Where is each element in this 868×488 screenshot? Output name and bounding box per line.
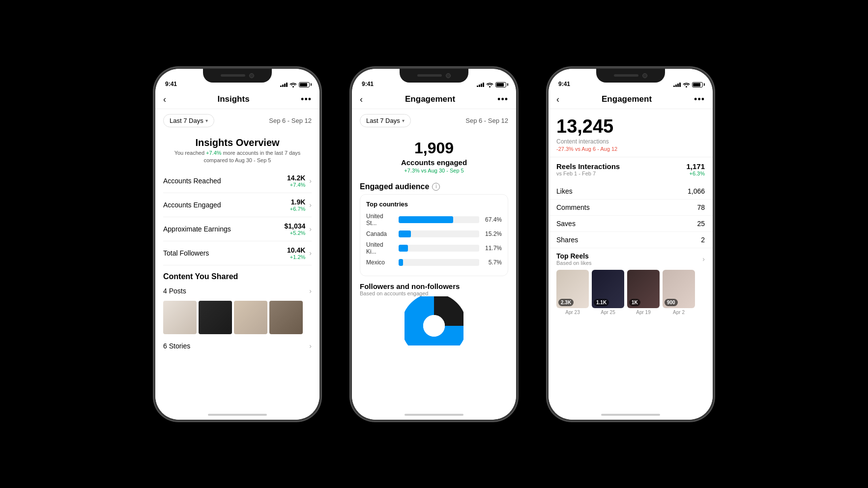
insights-overview-subtitle: You reached +7.4% more accounts in the l… [155,149,319,170]
metric-followers[interactable]: Total Followers 10.4K +1.2% › [163,241,312,265]
notch-2: 9:41 [352,69,516,90]
signal-bars-3 [673,82,681,87]
country-name-us: United St... [366,213,395,227]
menu-button-1[interactable]: ••• [301,94,312,105]
metric-right-2: $1,034 +5.2% › [285,222,312,236]
thumbnail-1 [163,301,197,334]
metric-value-col-1: 1.9K +6.7% [290,198,306,212]
chevron-right-icon-2: › [309,225,312,233]
bar-fill-us [399,216,453,223]
bar-fill-mx [399,259,403,266]
followers-section: Followers and non-followers Based on acc… [352,276,516,344]
thumbnail-3 [234,301,267,334]
content-interactions-number: 13,245 [549,109,713,138]
bar1 [280,86,282,87]
reel-date-2: Apr 19 [627,310,660,315]
back-button-3[interactable]: ‹ [556,94,559,105]
stat-label-shares: Shares [556,236,578,244]
notch-3: 9:41 [549,69,713,90]
thumbnails-row [155,299,319,339]
reel-count-2: 1K [629,299,640,306]
reel-count-3: 900 [665,299,678,306]
pie-container [360,301,508,341]
phone-frame-1: 9:41 [154,67,321,421]
bar-uk [399,245,479,252]
pie-chart [405,296,463,345]
signal-bars-2 [477,82,484,87]
metric-label-1: Accounts Engaged [163,201,221,209]
stories-row[interactable]: 6 Stories › [155,339,319,354]
menu-button-2[interactable]: ••• [497,94,508,105]
phone-frame-3: 9:41 [547,67,714,421]
top-reels-section: Top Reels Based on likes › 2.3K Apr 23 [549,248,713,318]
screen-content-1: ‹ Insights ••• Last 7 Days ▾ Sep 6 - Sep… [155,90,319,420]
phone-engagement2: 9:41 [547,67,714,421]
stat-label-likes: Likes [556,187,573,195]
back-button-1[interactable]: ‹ [163,94,166,105]
stat-label-saves: Saves [556,220,576,228]
stories-label: 6 Stories [163,342,190,350]
metric-right-3: 10.4K +1.2% › [287,246,312,260]
date-range-2: Sep 6 - Sep 12 [465,117,508,124]
reels-change: +6.3% [686,171,705,176]
chevron-right-icon-1: › [309,201,312,209]
posts-row[interactable]: 4 Posts › [155,284,319,299]
country-pct-uk: 11.7% [483,245,502,252]
metric-label-2: Approximate Earnings [163,225,231,233]
reel-thumb-3: 900 [663,270,695,308]
svg-point-2 [686,86,687,87]
thumbnail-4 [269,301,303,334]
reel-item-2[interactable]: 1K Apr 19 [627,270,660,315]
metric-accounts-engaged[interactable]: Accounts Engaged 1.9K +6.7% › [163,193,312,217]
reel-item-0[interactable]: 2.3K Apr 23 [556,270,589,315]
reel-item-1[interactable]: 1.1K Apr 25 [592,270,624,315]
screen-content-3: ‹ Engagement ••• 13,245 Content interact… [549,90,713,420]
back-button-2[interactable]: ‹ [360,94,363,105]
reels-header: Reels Interactions vs Feb 1 - Feb 7 1,17… [556,162,705,176]
stat-value-comments: 78 [697,203,705,211]
status-time-1: 9:41 [165,81,177,87]
metric-value-col-2: $1,034 +5.2% [285,222,306,236]
top-reels-header-left: Top Reels Based on likes [556,252,592,266]
stat-saves: Saves 25 [549,216,713,232]
status-bar-2: 9:41 [352,69,516,90]
content-interactions-change: -27.3% vs Aug 6 - Aug 12 [549,146,713,157]
followers-title: Followers and non-followers [360,282,508,290]
svg-point-0 [292,86,294,87]
country-name-ca: Canada [366,230,395,237]
country-name-mx: Mexico [366,259,395,266]
battery-icon-3 [692,82,703,87]
home-indicator-2 [405,414,463,416]
nav-title-2: Engagement [405,94,455,104]
country-row-ca: Canada 15.2% [366,230,502,237]
country-row-uk: United Ki... 11.7% [366,241,502,255]
reels-value: 1,171 [686,162,705,171]
filter-row-1: Last 7 Days ▾ Sep 6 - Sep 12 [155,109,319,132]
reels-sub: vs Feb 1 - Feb 7 [556,171,620,176]
country-pct-us: 67.4% [483,216,502,223]
home-indicator-1 [208,414,267,416]
status-time-3: 9:41 [558,81,570,87]
stat-comments: Comments 78 [549,200,713,216]
reels-section: Reels Interactions vs Feb 1 - Feb 7 1,17… [549,157,713,183]
metric-earnings[interactable]: Approximate Earnings $1,034 +5.2% › [163,217,312,241]
metric-label-3: Total Followers [163,249,209,257]
metric-label-0: Accounts Reached [163,177,221,185]
filter-button-1[interactable]: Last 7 Days ▾ [163,114,214,127]
nav-title-3: Engagement [602,94,652,104]
metric-accounts-reached[interactable]: Accounts Reached 14.2K +7.4% › [163,169,312,193]
reel-count-1: 1.1K [594,299,609,306]
accounts-engaged-change: +7.3% vs Aug 30 - Sep 5 [352,168,516,178]
date-range-1: Sep 6 - Sep 12 [269,117,312,124]
chevron-down-icon-2: ▾ [402,118,405,123]
status-time-2: 9:41 [362,81,374,87]
filter-row-2: Last 7 Days ▾ Sep 6 - Sep 12 [352,109,516,132]
reel-item-3[interactable]: 900 Apr 2 [663,270,695,315]
country-name-uk: United Ki... [366,241,395,255]
menu-button-3[interactable]: ••• [694,94,705,105]
nav-bar-2: ‹ Engagement ••• [352,90,516,109]
metrics-list: Accounts Reached 14.2K +7.4% › Accounts … [155,169,319,265]
filter-button-2[interactable]: Last 7 Days ▾ [360,114,411,127]
chevron-down-icon-1: ▾ [205,118,208,123]
followers-sub: Based on accounts engaged [360,290,508,296]
